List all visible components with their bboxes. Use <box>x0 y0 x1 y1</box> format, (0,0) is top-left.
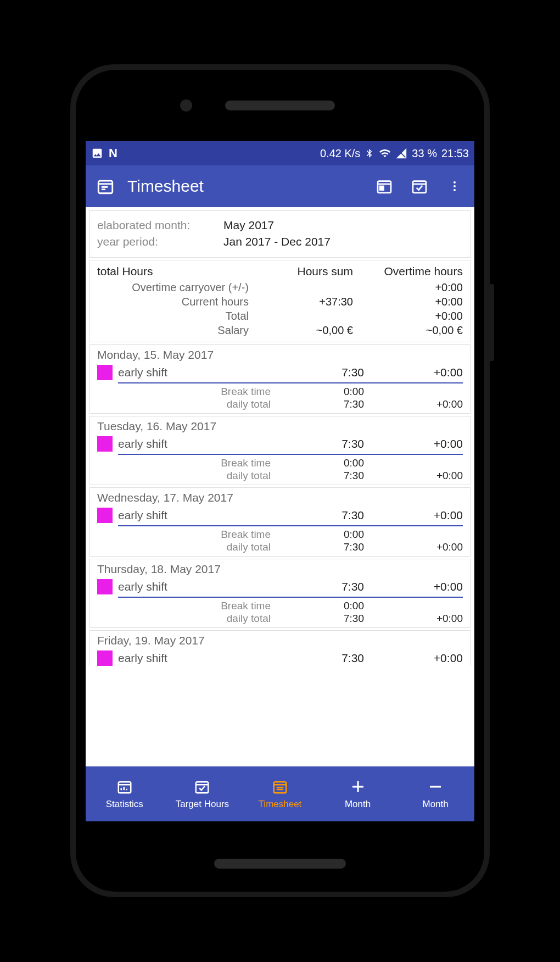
shift-color-swatch <box>97 579 113 594</box>
shift-color-swatch <box>97 436 113 452</box>
bottom-nav: Statistics Target Hours Timesheet Month <box>86 766 474 821</box>
totals-row-overtime: +0:00 <box>353 310 463 322</box>
nav-label: Month <box>423 799 449 810</box>
shift-hours: 7:30 <box>276 580 364 593</box>
break-row: Break time0:00 <box>97 457 463 469</box>
day-block[interactable]: Tuesday, 16. May 2017early shift7:30+0:0… <box>89 416 471 485</box>
break-label: Break time <box>97 600 276 612</box>
camera-dot <box>180 99 192 112</box>
app-logo-icon <box>96 176 115 196</box>
shift-row[interactable]: early shift7:30+0:00 <box>97 436 463 452</box>
nav-label: Target Hours <box>176 799 229 810</box>
shift-color-swatch <box>97 650 113 666</box>
nav-label: Statistics <box>106 799 143 810</box>
clock-time: 21:53 <box>441 147 469 160</box>
shift-color-swatch <box>97 365 113 380</box>
signal-icon <box>395 147 407 159</box>
shift-row[interactable]: early shift7:30+0:00 <box>97 365 463 380</box>
daily-total-label: daily total <box>97 470 276 482</box>
totals-row: Overtime carryover (+/-)+0:00 <box>97 281 463 294</box>
break-label: Break time <box>97 529 276 541</box>
daily-total-overtime: +0:00 <box>364 398 463 410</box>
daily-total-row: daily total7:30+0:00 <box>97 470 463 482</box>
shift-row[interactable]: early shift7:30+0:00 <box>97 579 463 594</box>
day-block[interactable]: Monday, 15. May 2017early shift7:30+0:00… <box>89 344 471 414</box>
shift-row[interactable]: early shift7:30+0:00 <box>97 650 463 666</box>
day-date: Monday, 15. May 2017 <box>97 348 463 362</box>
totals-row-overtime: +0:00 <box>353 296 463 308</box>
period-card: elaborated month: May 2017 year period: … <box>89 210 471 258</box>
day-date: Thursday, 18. May 2017 <box>97 563 463 576</box>
bottom-speaker <box>214 859 346 869</box>
daily-total-overtime: +0:00 <box>364 470 463 482</box>
image-icon <box>91 147 103 159</box>
nav-month-prev[interactable]: Month <box>396 766 474 821</box>
calendar-check-button[interactable] <box>410 176 429 196</box>
nav-label: Timesheet <box>259 799 302 810</box>
shift-name: early shift <box>118 580 276 593</box>
totals-row-label: Salary <box>97 324 254 337</box>
daily-total-value: 7:30 <box>276 398 364 410</box>
power-button[interactable] <box>490 284 494 361</box>
shift-hours: 7:30 <box>276 437 364 451</box>
totals-row-hours <box>254 310 353 322</box>
totals-row-label: Current hours <box>97 296 254 308</box>
shift-overtime: +0:00 <box>364 437 463 451</box>
bluetooth-icon <box>365 147 374 159</box>
shift-hours: 7:30 <box>276 652 364 665</box>
phone-frame: N 0.42 K/s 33 % 21:53 <box>70 64 490 897</box>
statistics-icon <box>116 778 133 796</box>
nav-label: Month <box>345 799 371 810</box>
svg-rect-18 <box>196 782 209 793</box>
overflow-menu-button[interactable] <box>445 176 464 196</box>
daily-total-label: daily total <box>97 613 276 625</box>
svg-point-10 <box>453 181 456 183</box>
shift-name: early shift <box>118 652 276 665</box>
totals-row: Total+0:00 <box>97 310 463 322</box>
shift-overtime: +0:00 <box>364 509 463 522</box>
break-row: Break time0:00 <box>97 386 463 398</box>
shift-name: early shift <box>118 437 276 451</box>
break-label: Break time <box>97 457 276 469</box>
content-scroll[interactable]: elaborated month: May 2017 year period: … <box>86 207 474 766</box>
year-period-label: year period: <box>97 235 223 248</box>
daily-total-row: daily total7:30+0:00 <box>97 613 463 625</box>
nav-month-next[interactable]: Month <box>319 766 397 821</box>
shift-row[interactable]: early shift7:30+0:00 <box>97 508 463 523</box>
shift-overtime: +0:00 <box>364 366 463 379</box>
minus-icon <box>427 778 444 796</box>
svg-rect-8 <box>413 181 426 193</box>
nav-target-hours[interactable]: Target Hours <box>164 766 242 821</box>
wifi-icon <box>379 147 391 159</box>
shift-hours: 7:30 <box>276 509 364 522</box>
shift-overtime: +0:00 <box>364 580 463 593</box>
daily-total-label: daily total <box>97 398 276 410</box>
nav-timesheet[interactable]: Timesheet <box>241 766 319 821</box>
screen: N 0.42 K/s 33 % 21:53 <box>86 141 474 821</box>
divider-line <box>118 525 463 526</box>
day-date: Tuesday, 16. May 2017 <box>97 420 463 433</box>
daily-total-value: 7:30 <box>276 613 364 625</box>
daily-total-overtime: +0:00 <box>364 613 463 625</box>
day-date: Friday, 19. May 2017 <box>97 634 463 647</box>
totals-row-hours: +37:30 <box>254 296 353 308</box>
daily-total-value: 7:30 <box>276 541 364 553</box>
day-block[interactable]: Thursday, 18. May 2017early shift7:30+0:… <box>89 559 471 628</box>
day-block[interactable]: Friday, 19. May 2017early shift7:30+0:00 <box>89 630 471 666</box>
svg-rect-7 <box>380 186 384 190</box>
nav-statistics[interactable]: Statistics <box>86 766 164 821</box>
svg-point-12 <box>453 189 456 191</box>
totals-col-overtime: Overtime hours <box>353 265 463 278</box>
svg-point-11 <box>453 185 456 187</box>
totals-row-overtime: +0:00 <box>353 281 463 294</box>
calendar-today-button[interactable] <box>374 176 394 196</box>
break-label: Break time <box>97 386 276 398</box>
daily-total-overtime: +0:00 <box>364 541 463 553</box>
daily-total-row: daily total7:30+0:00 <box>97 398 463 410</box>
totals-row: Current hours+37:30+0:00 <box>97 296 463 308</box>
day-date: Wednesday, 17. May 2017 <box>97 491 463 504</box>
daily-total-label: daily total <box>97 541 276 553</box>
break-value: 0:00 <box>276 386 364 398</box>
day-block[interactable]: Wednesday, 17. May 2017early shift7:30+0… <box>89 487 471 557</box>
earpiece-speaker <box>225 101 335 110</box>
